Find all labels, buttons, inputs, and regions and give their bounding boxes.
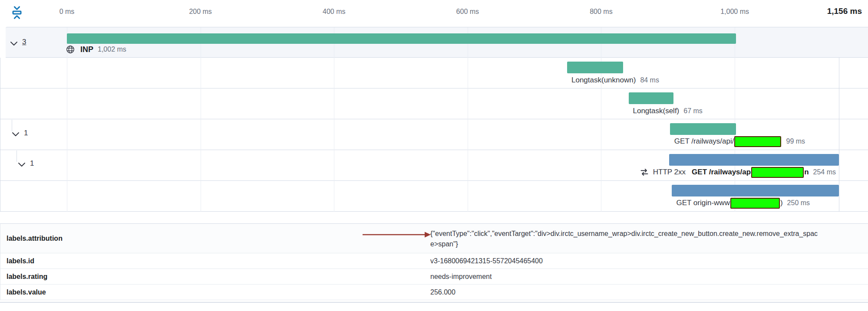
waterfall-left-border	[0, 58, 0, 212]
span-title: GET origin-www	[676, 199, 729, 207]
longtask-unknown-label: Longtask(unknown) 84 ms	[571, 75, 659, 85]
table-row: labels.id v3-1680069421315-5572045465400	[0, 253, 868, 269]
fold-icon	[10, 5, 23, 20]
transaction-title: GET /railways/ap	[692, 168, 751, 177]
get-railways-api-bar[interactable]	[670, 123, 736, 135]
gridline	[468, 27, 468, 212]
tree-indent-guide	[17, 151, 17, 162]
span-child-count[interactable]: 1	[24, 129, 28, 137]
timeline-tick: 600 ms	[456, 8, 479, 16]
metadata-key: labels.value	[0, 285, 430, 300]
waterfall-row	[0, 58, 868, 88]
metadata-key: labels.id	[0, 253, 430, 268]
redaction-box	[734, 136, 781, 147]
chevron-down-icon	[12, 132, 20, 137]
span-duration: 1,002 ms	[98, 46, 126, 53]
tree-indent-guide	[12, 120, 12, 131]
inp-bar[interactable]	[67, 33, 736, 44]
annotation-arrow-icon	[361, 230, 433, 239]
table-row: labels.attribution {"eventType":"click",…	[0, 224, 868, 253]
transaction-child-count[interactable]: 1	[30, 159, 34, 168]
longtask-unknown-bar[interactable]	[567, 62, 623, 73]
gridline	[735, 27, 735, 212]
apm-trace-waterfall-view: 0 ms200 ms400 ms600 ms800 ms1,000 ms 1,1…	[0, 0, 868, 311]
chevron-down-icon	[18, 162, 26, 167]
span-duration: 99 ms	[786, 137, 805, 145]
inp-label: INP 1,002 ms	[66, 43, 126, 56]
fold-timeline-button[interactable]	[10, 4, 25, 21]
get-origin-bar[interactable]	[672, 185, 839, 196]
http-transaction-bar[interactable]	[669, 154, 839, 166]
metadata-value: needs-improvement	[430, 269, 868, 284]
redaction-box	[751, 167, 804, 178]
chevron-down-icon	[10, 41, 18, 46]
metadata-value: v3-1680069421315-5572045465400	[430, 253, 868, 268]
transaction-result-badge: HTTP 2xx	[653, 168, 686, 177]
span-duration: 250 ms	[787, 199, 810, 207]
metadata-table: labels.attribution {"eventType":"click",…	[0, 223, 868, 300]
inp-child-count-link[interactable]: 3	[22, 38, 26, 46]
redaction-box	[730, 198, 780, 209]
transaction-duration: 254 ms	[813, 168, 836, 176]
get-railways-api-label: GET /railways/api/ 99 ms	[674, 136, 805, 147]
span-title: GET /railways/api/	[674, 137, 734, 146]
timeline-tick: 1,000 ms	[720, 8, 749, 16]
trace-total-duration: 1,156 ms	[827, 7, 862, 16]
gridline-trace-end	[839, 58, 839, 212]
span-title: Longtask(self)	[633, 107, 680, 115]
timeline-tick: 800 ms	[590, 8, 612, 16]
metadata-value: {"eventType":"click","eventTarget":"div>…	[430, 224, 823, 253]
waterfall-row	[0, 88, 868, 119]
gridline	[334, 27, 334, 212]
timeline-tick: 0 ms	[59, 8, 75, 16]
span-duration: 67 ms	[683, 107, 703, 115]
gridline	[201, 27, 201, 212]
http-transaction-label: HTTP 2xx GET /railways/apn 254 ms	[640, 167, 836, 178]
panel-bottom-border	[0, 302, 868, 303]
span-duration: 84 ms	[640, 76, 659, 84]
table-row: labels.value 256.000	[0, 285, 868, 300]
timeline-tick: 200 ms	[189, 8, 211, 16]
longtask-self-bar[interactable]	[629, 92, 673, 104]
collapse-span-button[interactable]	[12, 131, 20, 137]
span-title: Longtask(unknown)	[571, 76, 636, 85]
timeline-tick: 400 ms	[323, 8, 345, 16]
globe-icon	[66, 45, 75, 54]
transaction-title-suffix: n	[804, 168, 809, 177]
table-row: labels.rating needs-improvement	[0, 269, 868, 285]
metadata-key: labels.rating	[0, 269, 430, 284]
span-title-suffix: )	[780, 199, 783, 207]
metadata-value: 256.000	[430, 285, 868, 300]
collapse-transaction-button[interactable]	[18, 161, 26, 167]
span-title: INP	[80, 45, 93, 54]
longtask-self-label: Longtask(self) 67 ms	[633, 106, 703, 116]
merge-icon	[640, 168, 649, 177]
get-origin-label: GET origin-www) 250 ms	[676, 197, 810, 209]
gridline	[601, 27, 601, 212]
collapse-inp-button[interactable]	[10, 40, 19, 46]
